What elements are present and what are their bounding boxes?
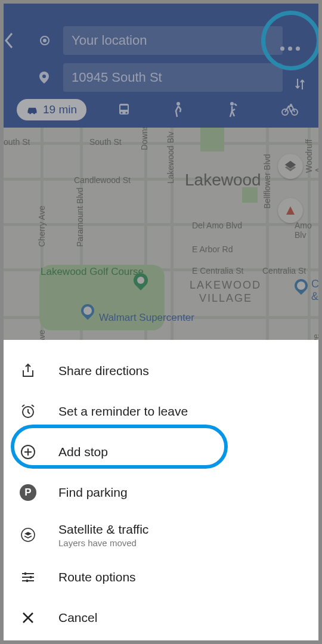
menu-set-reminder[interactable]: Set a reminder to leave: [4, 391, 318, 432]
svg-point-6: [125, 112, 127, 114]
parking-icon: P: [19, 484, 37, 501]
mode-transit[interactable]: [117, 103, 141, 117]
menu-cancel[interactable]: Cancel: [4, 597, 318, 638]
menu-satellite-traffic[interactable]: Satellite & traffic Layers have moved: [4, 513, 318, 557]
svg-point-5: [120, 112, 122, 114]
share-icon: [19, 363, 37, 379]
origin-field[interactable]: Your location: [63, 26, 283, 55]
sliders-icon: [19, 571, 37, 584]
destination-pin-icon: [39, 72, 63, 83]
svg-rect-16: [30, 576, 32, 578]
menu-route-options[interactable]: Route options: [4, 557, 318, 597]
mode-rideshare[interactable]: [227, 102, 250, 117]
menu-share-directions[interactable]: Share directions: [4, 351, 318, 391]
menu-add-stop[interactable]: Add stop: [4, 432, 318, 472]
svg-point-1: [43, 39, 47, 42]
add-circle-icon: [19, 444, 37, 460]
svg-rect-17: [26, 580, 28, 582]
alarm-icon: [19, 404, 37, 419]
overflow-menu-button[interactable]: [272, 30, 308, 66]
svg-point-2: [42, 75, 46, 78]
svg-point-11: [290, 104, 292, 106]
overflow-menu-sheet: Share directions Set a reminder to leave…: [4, 340, 318, 640]
svg-point-8: [230, 102, 234, 106]
menu-find-parking[interactable]: P Find parking: [4, 472, 318, 513]
layers-icon: [19, 527, 37, 543]
mode-driving[interactable]: 19 min: [17, 99, 86, 120]
mode-cycling[interactable]: [281, 104, 305, 116]
svg-point-7: [177, 102, 180, 106]
back-button[interactable]: [4, 32, 39, 49]
swap-button[interactable]: [295, 76, 305, 92]
close-icon: [19, 611, 37, 624]
origin-dot-icon: [39, 35, 63, 46]
mode-walking[interactable]: [172, 102, 196, 117]
svg-rect-4: [120, 106, 128, 110]
destination-field[interactable]: 10945 South St: [63, 63, 283, 92]
svg-rect-15: [24, 572, 26, 575]
directions-header: Your location 10945 South St 19 min: [4, 4, 318, 128]
